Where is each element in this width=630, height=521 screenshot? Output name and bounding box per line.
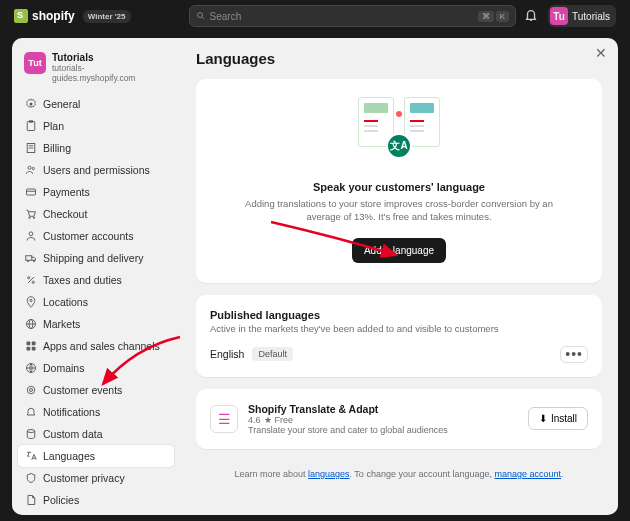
nav-custom-data[interactable]: Custom data bbox=[18, 423, 174, 445]
nav-notifications[interactable]: Notifications bbox=[18, 401, 174, 423]
svg-point-12 bbox=[28, 217, 30, 219]
document-icon bbox=[24, 494, 37, 507]
search-placeholder: Search bbox=[210, 11, 242, 22]
percent-icon bbox=[24, 274, 37, 287]
store-url: tutorials-guides.myshopify.com bbox=[52, 63, 168, 83]
published-languages-card: Published languages Active in the market… bbox=[196, 295, 602, 377]
store-avatar: Tut bbox=[24, 52, 46, 74]
svg-point-14 bbox=[29, 232, 33, 236]
nav-billing[interactable]: Billing bbox=[18, 137, 174, 159]
receipt-icon bbox=[24, 142, 37, 155]
nav-locations[interactable]: Locations bbox=[18, 291, 174, 313]
account-menu[interactable]: Tu Tutorials bbox=[548, 5, 616, 27]
manage-account-link[interactable]: manage account bbox=[494, 469, 561, 479]
svg-point-33 bbox=[27, 430, 35, 433]
nav-languages[interactable]: Languages bbox=[18, 445, 174, 467]
nav-apps[interactable]: Apps and sales channels bbox=[18, 335, 174, 357]
page-title: Languages bbox=[196, 50, 602, 67]
shopify-logo[interactable]: shopify Winter '25 bbox=[14, 9, 131, 23]
person-icon bbox=[24, 230, 37, 243]
search-input[interactable]: Search ⌘ K bbox=[189, 5, 517, 27]
nav-privacy[interactable]: Customer privacy bbox=[18, 467, 174, 489]
svg-point-16 bbox=[27, 260, 29, 262]
search-icon bbox=[196, 11, 206, 21]
truck-icon bbox=[24, 252, 37, 265]
store-header[interactable]: Tut Tutorials tutorials-guides.myshopify… bbox=[18, 48, 174, 93]
install-button[interactable]: ⬇ Install bbox=[528, 407, 588, 430]
pin-icon bbox=[24, 296, 37, 309]
hero-heading: Speak your customers' language bbox=[236, 181, 562, 193]
gear-icon bbox=[24, 98, 37, 111]
nav-taxes[interactable]: Taxes and duties bbox=[18, 269, 174, 291]
hero-card: 文A Speak your customers' language Adding… bbox=[196, 79, 602, 283]
app-name: Shopify Translate & Adapt bbox=[248, 403, 448, 415]
grid-icon bbox=[24, 340, 37, 353]
svg-point-31 bbox=[27, 386, 35, 394]
cart-icon bbox=[24, 208, 37, 221]
svg-rect-26 bbox=[31, 342, 35, 346]
app-promo-card: ☰ Shopify Translate & Adapt 4.6 ★ Free T… bbox=[196, 389, 602, 449]
svg-point-32 bbox=[29, 389, 32, 392]
settings-nav: General Plan Billing Users and permissio… bbox=[18, 93, 174, 511]
users-icon bbox=[24, 164, 37, 177]
shield-icon bbox=[24, 472, 37, 485]
nav-markets[interactable]: Markets bbox=[18, 313, 174, 335]
svg-point-18 bbox=[27, 277, 29, 279]
nav-general[interactable]: General bbox=[18, 93, 174, 115]
published-subtitle: Active in the markets they've been added… bbox=[210, 323, 588, 334]
svg-rect-27 bbox=[26, 347, 30, 351]
clipboard-icon bbox=[24, 120, 37, 133]
translate-illustration: 文A bbox=[354, 97, 444, 167]
database-icon bbox=[24, 428, 37, 441]
nav-shipping[interactable]: Shipping and delivery bbox=[18, 247, 174, 269]
svg-line-20 bbox=[28, 277, 34, 283]
add-language-button[interactable]: Add a language bbox=[352, 238, 446, 263]
nav-customer-events[interactable]: Customer events bbox=[18, 379, 174, 401]
nav-domains[interactable]: Domains bbox=[18, 357, 174, 379]
notifications-icon[interactable] bbox=[524, 8, 538, 24]
language-row: English Default ••• bbox=[210, 346, 588, 363]
avatar: Tu bbox=[550, 7, 568, 25]
default-badge: Default bbox=[252, 347, 293, 361]
svg-rect-10 bbox=[26, 189, 35, 195]
more-actions-button[interactable]: ••• bbox=[560, 346, 588, 363]
svg-rect-28 bbox=[31, 347, 35, 351]
nav-policies[interactable]: Policies bbox=[18, 489, 174, 511]
svg-line-1 bbox=[202, 17, 204, 19]
nav-payments[interactable]: Payments bbox=[18, 181, 174, 203]
app-icon: ☰ bbox=[210, 405, 238, 433]
svg-point-0 bbox=[197, 13, 202, 18]
svg-point-9 bbox=[32, 167, 34, 169]
star-icon: ★ bbox=[264, 415, 272, 425]
nav-customer-accounts[interactable]: Customer accounts bbox=[18, 225, 174, 247]
top-bar: shopify Winter '25 Search ⌘ K Tu Tutoria… bbox=[0, 0, 630, 32]
nav-plan[interactable]: Plan bbox=[18, 115, 174, 137]
download-icon: ⬇ bbox=[539, 413, 547, 424]
languages-link[interactable]: languages bbox=[308, 469, 350, 479]
nav-checkout[interactable]: Checkout bbox=[18, 203, 174, 225]
svg-point-2 bbox=[29, 103, 32, 106]
svg-point-13 bbox=[33, 217, 35, 219]
nav-users[interactable]: Users and permissions bbox=[18, 159, 174, 181]
settings-panel: ✕ Tut Tutorials tutorials-guides.myshopi… bbox=[12, 38, 618, 515]
svg-point-21 bbox=[29, 299, 31, 301]
svg-point-19 bbox=[32, 281, 34, 283]
target-icon bbox=[24, 384, 37, 397]
season-badge: Winter '25 bbox=[83, 10, 131, 23]
svg-rect-25 bbox=[26, 342, 30, 346]
translate-badge-icon: 文A bbox=[386, 133, 412, 159]
domain-icon bbox=[24, 362, 37, 375]
footer-help-text: Learn more about languages. To change yo… bbox=[196, 461, 602, 491]
svg-point-17 bbox=[33, 260, 35, 262]
settings-sidebar: Tut Tutorials tutorials-guides.myshopify… bbox=[12, 38, 180, 515]
brand-text: shopify bbox=[32, 9, 75, 23]
svg-rect-15 bbox=[25, 256, 31, 261]
store-name: Tutorials bbox=[52, 52, 168, 63]
account-label: Tutorials bbox=[572, 11, 610, 22]
bell-icon bbox=[24, 406, 37, 419]
hero-description: Adding translations to your store improv… bbox=[236, 197, 562, 224]
globe-icon bbox=[24, 318, 37, 331]
translate-icon bbox=[24, 450, 37, 463]
main-content: Languages 文A Speak your customers' langu… bbox=[180, 38, 618, 515]
card-icon bbox=[24, 186, 37, 199]
